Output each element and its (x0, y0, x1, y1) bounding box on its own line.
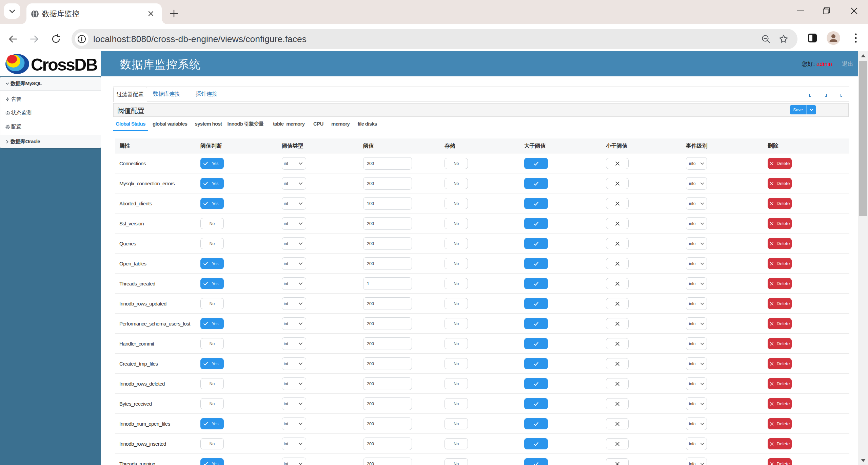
less-than-toggle[interactable] (606, 158, 629, 169)
less-than-toggle[interactable] (606, 238, 629, 249)
delete-button[interactable]: Delete (768, 418, 792, 429)
subtab-Innodb 引擎变量[interactable]: Innodb 引擎变量 (228, 121, 263, 127)
delete-button[interactable]: Delete (768, 238, 792, 249)
store-toggle[interactable]: No (445, 438, 468, 449)
threshold-value-input[interactable] (363, 417, 412, 430)
less-than-toggle[interactable] (606, 438, 629, 449)
new-tab-button[interactable] (168, 8, 180, 19)
greater-than-toggle[interactable] (524, 258, 548, 269)
delete-button[interactable]: Delete (768, 218, 792, 229)
scrollbar-down-arrow[interactable] (858, 456, 868, 465)
subtab-table_memory[interactable]: table_memory (273, 121, 304, 127)
event-level-select[interactable]: info (686, 257, 707, 270)
delete-button[interactable]: Delete (768, 438, 792, 449)
url-text[interactable]: localhost:8080/cross-db-engine/views/con… (93, 34, 761, 44)
subtab-memory[interactable]: memory (331, 121, 350, 127)
store-toggle[interactable]: No (445, 198, 468, 209)
side-panel-button[interactable] (808, 33, 817, 44)
scrollbar-thumb[interactable] (859, 61, 867, 216)
threshold-type-select[interactable]: int (282, 397, 306, 410)
browser-menu-button[interactable] (849, 31, 863, 46)
store-toggle[interactable]: No (445, 318, 468, 329)
threshold-judge-toggle[interactable]: Yes (200, 358, 224, 369)
threshold-type-select[interactable]: int (282, 377, 306, 390)
threshold-type-select[interactable]: int (282, 337, 306, 350)
threshold-value-input[interactable] (363, 177, 412, 190)
greater-than-toggle[interactable] (524, 418, 548, 429)
threshold-type-select[interactable]: int (282, 357, 306, 370)
tab-search-button[interactable] (4, 3, 20, 19)
window-minimize-button[interactable] (790, 0, 811, 22)
threshold-judge-toggle[interactable]: No (200, 298, 224, 309)
threshold-judge-toggle[interactable]: Yes (200, 178, 224, 189)
subtab-global variables[interactable]: global variables (153, 121, 187, 127)
less-than-toggle[interactable] (606, 358, 629, 369)
greater-than-toggle[interactable] (524, 458, 548, 465)
page-scrollbar[interactable] (858, 51, 868, 465)
threshold-type-select[interactable]: int (282, 297, 306, 310)
store-toggle[interactable]: No (445, 178, 468, 189)
threshold-judge-toggle[interactable]: No (200, 378, 224, 389)
greater-than-toggle[interactable] (524, 178, 548, 189)
logout-link[interactable]: 退出 (842, 61, 853, 67)
threshold-judge-toggle[interactable]: Yes (200, 318, 224, 329)
threshold-value-input[interactable] (363, 217, 412, 230)
event-level-select[interactable]: info (686, 317, 707, 330)
bookmark-star-icon[interactable] (778, 34, 789, 44)
event-level-select[interactable]: info (686, 458, 707, 465)
threshold-judge-toggle[interactable]: Yes (200, 158, 224, 169)
store-toggle[interactable]: No (445, 338, 468, 349)
less-than-toggle[interactable] (606, 378, 629, 389)
threshold-value-input[interactable] (363, 157, 412, 170)
save-button[interactable]: Save (790, 105, 806, 114)
greater-than-toggle[interactable] (524, 318, 548, 329)
panel-icon-placeholder[interactable] (809, 94, 811, 97)
tab-close-button[interactable] (146, 9, 155, 18)
threshold-judge-toggle[interactable]: No (200, 218, 224, 229)
threshold-value-input[interactable] (363, 337, 412, 350)
store-toggle[interactable]: No (445, 458, 468, 465)
panel-icon-placeholder[interactable] (825, 94, 827, 97)
event-level-select[interactable]: info (686, 377, 707, 390)
threshold-value-input[interactable] (363, 377, 412, 390)
store-toggle[interactable]: No (445, 258, 468, 269)
threshold-judge-toggle[interactable]: Yes (200, 278, 224, 289)
event-level-select[interactable]: info (686, 297, 707, 310)
less-than-toggle[interactable] (606, 218, 629, 229)
threshold-judge-toggle[interactable]: No (200, 438, 224, 449)
address-bar[interactable]: localhost:8080/cross-db-engine/views/con… (72, 29, 797, 49)
event-level-select[interactable]: info (686, 397, 707, 410)
store-toggle[interactable]: No (445, 298, 468, 309)
event-level-select[interactable]: info (686, 438, 707, 450)
threshold-value-input[interactable] (363, 458, 412, 465)
store-toggle[interactable]: No (445, 418, 468, 429)
event-level-select[interactable]: info (686, 357, 707, 370)
threshold-value-input[interactable] (363, 357, 412, 370)
browser-tab[interactable]: 数据库监控 (26, 3, 162, 24)
store-toggle[interactable]: No (445, 238, 468, 249)
less-than-toggle[interactable] (606, 338, 629, 349)
less-than-toggle[interactable] (606, 418, 629, 429)
delete-button[interactable]: Delete (768, 458, 792, 465)
sidebar-item-状态监测[interactable]: 状态监测 (0, 106, 101, 120)
threshold-type-select[interactable]: int (282, 197, 306, 210)
delete-button[interactable]: Delete (768, 318, 792, 329)
threshold-type-select[interactable]: int (282, 157, 306, 170)
threshold-type-select[interactable]: int (282, 257, 306, 270)
threshold-value-input[interactable] (363, 277, 412, 290)
threshold-value-input[interactable] (363, 397, 412, 410)
store-toggle[interactable]: No (445, 218, 468, 229)
delete-button[interactable]: Delete (768, 338, 792, 349)
greater-than-toggle[interactable] (524, 238, 548, 249)
store-toggle[interactable]: No (445, 398, 468, 409)
event-level-select[interactable]: info (686, 197, 707, 210)
subtab-file disks[interactable]: file disks (358, 121, 377, 127)
less-than-toggle[interactable] (606, 198, 629, 209)
zoom-out-icon[interactable] (761, 34, 771, 44)
threshold-type-select[interactable]: int (282, 317, 306, 330)
scrollbar-up-arrow[interactable] (858, 51, 868, 60)
event-level-select[interactable]: info (686, 337, 707, 350)
delete-button[interactable]: Delete (768, 298, 792, 309)
subtab-CPU[interactable]: CPU (313, 121, 323, 127)
save-dropdown-button[interactable] (806, 105, 816, 114)
